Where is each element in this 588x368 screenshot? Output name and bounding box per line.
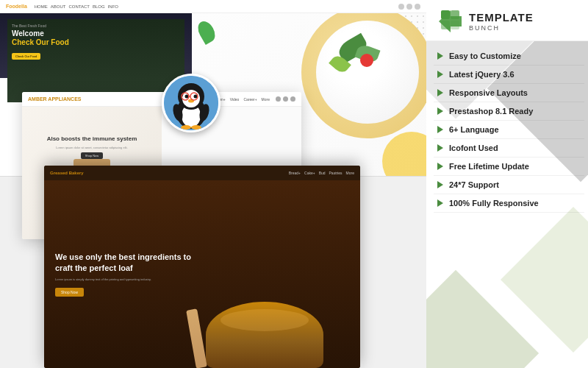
feature-item-jquery: Latest jQuery 3.6 bbox=[434, 66, 584, 84]
nav-item: CONTACT bbox=[68, 4, 90, 9]
penguin-svg bbox=[164, 76, 218, 130]
top-cta-button[interactable]: Check Our Food bbox=[12, 53, 40, 60]
feature-label-support: 24*7 Support bbox=[449, 180, 499, 189]
brand-name-block: TEMPLATE BUNCH bbox=[469, 12, 534, 32]
right-panel: TEMPLATE BUNCH Easy to Customize Latest … bbox=[426, 0, 588, 368]
arrow-icon-responsive bbox=[437, 89, 443, 96]
feature-item-fullresponsive: 100% Fully Responsive bbox=[434, 194, 584, 213]
bot-nav-items: Bread+ Cake+ Bud Pastries More bbox=[289, 171, 354, 175]
feature-label-language: 6+ Language bbox=[449, 125, 499, 134]
user-icon bbox=[406, 4, 412, 10]
feature-label-fullresponsive: 100% Fully Responsive bbox=[449, 199, 539, 208]
arrow-icon-language bbox=[437, 126, 443, 133]
brand-header: TEMPLATE BUNCH bbox=[426, 0, 588, 41]
left-panel: Foodella HOME ABOUT CONTACT BLOG INFO bbox=[0, 0, 426, 368]
feature-label-prestashop: Prestashop 8.1 Ready bbox=[449, 107, 533, 116]
mascot-circle bbox=[162, 74, 220, 132]
nav-item-more: More bbox=[262, 97, 270, 102]
feature-item-language: 6+ Language bbox=[434, 121, 584, 139]
nav-item: Cake+ bbox=[304, 171, 315, 175]
nav-item: Bud bbox=[319, 171, 326, 175]
bread-gloss bbox=[220, 309, 309, 331]
feature-item-icofont: Icofont Used bbox=[434, 139, 584, 158]
yellow-circle-decor bbox=[382, 132, 426, 176]
hero-text-area: The Best Fresh Food Welcome Check Our Fo… bbox=[7, 19, 184, 102]
feature-label-responsive: Responsive Layouts bbox=[449, 88, 528, 97]
arrow-icon-prestashop bbox=[437, 107, 443, 115]
feature-label-icofont: Icofont Used bbox=[449, 144, 498, 152]
feature-item-customize: Easy to Customize bbox=[434, 47, 584, 66]
feature-label-customize: Easy to Customize bbox=[449, 52, 521, 60]
right-content: TEMPLATE BUNCH Easy to Customize Latest … bbox=[426, 0, 588, 368]
bakery-logo: Greased Bakery bbox=[50, 171, 84, 175]
svg-point-16 bbox=[191, 125, 201, 130]
svg-point-7 bbox=[185, 95, 189, 99]
feature-label-update: Free Lifetime Update bbox=[449, 162, 529, 171]
svg-point-15 bbox=[181, 125, 191, 130]
feature-item-support: 24*7 Support bbox=[434, 176, 584, 194]
bot-content: We use only the best ingredients to craf… bbox=[44, 180, 360, 368]
nav-item: ABOUT bbox=[51, 4, 66, 9]
user-icon bbox=[283, 96, 288, 102]
tagline: The Best Fresh Food bbox=[12, 24, 180, 28]
green-leaf-decor bbox=[195, 18, 218, 45]
top-nav: Foodella HOME ABOUT CONTACT BLOG INFO bbox=[0, 0, 426, 13]
nav-item: INFO bbox=[108, 4, 118, 9]
preview-bot: Greased Bakery Bread+ Cake+ Bud Pastries… bbox=[44, 166, 360, 368]
bot-text: We use only the best ingredients to craf… bbox=[44, 241, 360, 308]
nav-menu: HOME ABOUT CONTACT BLOG INFO bbox=[35, 4, 118, 9]
feature-item-update: Free Lifetime Update bbox=[434, 158, 584, 176]
foodella-logo: Foodella bbox=[6, 4, 27, 9]
arrow-icon-fullresponsive bbox=[437, 199, 443, 207]
nav-item: More bbox=[346, 171, 354, 175]
nav-item: HOME bbox=[35, 4, 48, 9]
preview-stack: Foodella HOME ABOUT CONTACT BLOG INFO bbox=[0, 0, 426, 368]
italian-food-text: Check Our Food bbox=[12, 38, 180, 47]
welcome-text: Welcome bbox=[12, 29, 180, 38]
hero-title: Welcome Check Our Food bbox=[12, 29, 180, 47]
svg-point-8 bbox=[194, 95, 198, 99]
arrow-icon-support bbox=[437, 181, 443, 188]
plate-inner bbox=[316, 21, 419, 124]
features-list: Easy to Customize Latest jQuery 3.6 Resp… bbox=[426, 41, 588, 368]
bot-cta-button[interactable]: Shop Now bbox=[55, 288, 84, 297]
search-icon bbox=[276, 96, 281, 102]
arrow-icon-icofont bbox=[437, 144, 443, 152]
nav-item: Bread+ bbox=[289, 171, 301, 175]
food-plate bbox=[301, 13, 426, 138]
mid-nav-icons bbox=[276, 96, 295, 102]
brand-sub: BUNCH bbox=[469, 24, 534, 32]
nav-item-video: Video bbox=[230, 97, 240, 102]
cart-icon bbox=[415, 4, 420, 10]
bread-shape bbox=[206, 302, 323, 368]
mid-headline: Also boosts the immune system bbox=[47, 135, 137, 143]
bot-sub: Lorem ipsum is simply dummy text of the … bbox=[55, 277, 195, 282]
logo-svg bbox=[437, 9, 463, 35]
mid-cta-button[interactable]: Shop Now bbox=[81, 152, 103, 159]
nav-item-career: Career+ bbox=[243, 97, 257, 102]
cart-icon bbox=[290, 96, 295, 102]
nav-item: Pastries bbox=[329, 171, 343, 175]
mid-sub: Lorem ipsum dolor sit amet, consectetur … bbox=[56, 146, 127, 149]
brand-name: TEMPLATE bbox=[469, 12, 534, 24]
feature-item-prestashop: Prestashop 8.1 Ready bbox=[434, 102, 584, 121]
tomato-decor bbox=[360, 54, 373, 67]
arrow-icon-update bbox=[437, 163, 443, 170]
feature-label-jquery: Latest jQuery 3.6 bbox=[449, 70, 514, 79]
nav-icons bbox=[398, 4, 420, 10]
mascot bbox=[162, 74, 220, 132]
feature-item-responsive: Responsive Layouts bbox=[434, 84, 584, 102]
search-icon bbox=[398, 4, 404, 10]
bot-headline: We use only the best ingredients to craf… bbox=[55, 252, 202, 275]
amber-logo: AMBER APPLIANCES bbox=[28, 96, 81, 102]
nav-item: BLOG bbox=[93, 4, 105, 9]
bot-nav: Greased Bakery Bread+ Cake+ Bud Pastries… bbox=[44, 166, 360, 180]
template-bunch-logo-icon bbox=[437, 9, 463, 35]
arrow-icon-jquery bbox=[437, 71, 443, 78]
arrow-icon-customize bbox=[437, 52, 443, 60]
